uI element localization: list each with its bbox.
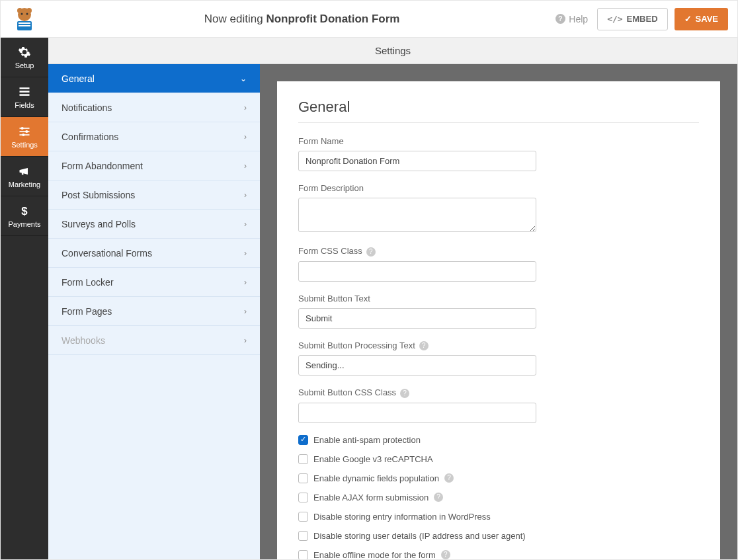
svg-rect-10 xyxy=(20,87,30,89)
settings-header: Settings xyxy=(48,38,737,64)
embed-label: EMBED xyxy=(627,14,658,24)
sidepanel-surveys-polls[interactable]: Surveys and Polls › xyxy=(48,210,260,239)
megaphone-icon xyxy=(18,165,31,178)
svg-point-16 xyxy=(25,130,28,132)
nav-setup[interactable]: Setup xyxy=(1,38,48,77)
help-icon[interactable]: ? xyxy=(419,341,429,350)
check-icon: ✓ xyxy=(684,14,692,24)
checkbox-label: Disable storing user details (IP address… xyxy=(313,531,526,541)
sidepanel-form-locker[interactable]: Form Locker › xyxy=(48,268,260,297)
checkbox-input[interactable] xyxy=(298,493,308,502)
checkbox-input[interactable] xyxy=(298,550,308,559)
nav-settings[interactable]: Settings xyxy=(1,117,48,157)
checkbox-label: Enable offline mode for the form xyxy=(313,550,436,559)
sidepanel-notifications[interactable]: Notifications › xyxy=(48,93,260,122)
sidepanel-form-abandonment[interactable]: Form Abandonment › xyxy=(48,151,260,180)
sidepanel-post-submissions[interactable]: Post Submissions › xyxy=(48,180,260,210)
svg-text:?: ? xyxy=(559,15,563,22)
main-area: Settings General ⌄ Notifications › Confi… xyxy=(48,38,737,559)
sidepanel-label: Notifications xyxy=(62,102,112,113)
submit-text-input[interactable] xyxy=(298,308,536,329)
submit-css-label: Submit Button CSS Class? xyxy=(298,387,699,398)
sidepanel-label: Form Locker xyxy=(62,277,114,288)
settings-sidepanel: General ⌄ Notifications › Confirmations … xyxy=(48,64,260,559)
save-label: SAVE xyxy=(696,14,718,24)
code-icon: </> xyxy=(607,14,622,24)
field-form-css-class: Form CSS Class? xyxy=(298,246,699,282)
field-submit-text: Submit Button Text xyxy=(298,294,699,329)
help-icon[interactable]: ? xyxy=(434,493,443,502)
sidepanel-form-pages[interactable]: Form Pages › xyxy=(48,297,260,326)
svg-point-14 xyxy=(21,126,24,129)
divider xyxy=(298,122,699,123)
submit-processing-input[interactable] xyxy=(298,355,536,376)
checkbox-input[interactable] xyxy=(298,454,308,464)
chevron-right-icon: › xyxy=(244,161,247,171)
left-nav: Setup Fields Settings Marketing $ Paymen… xyxy=(1,38,48,559)
sidepanel-label: Conversational Forms xyxy=(62,248,152,259)
nav-marketing[interactable]: Marketing xyxy=(1,157,48,196)
checkbox-group: Enable anti-spam protectionEnable Google… xyxy=(298,435,699,559)
checkbox-input[interactable] xyxy=(298,531,308,541)
svg-point-18 xyxy=(22,133,24,136)
main-container: Setup Fields Settings Marketing $ Paymen… xyxy=(1,38,737,559)
svg-point-2 xyxy=(26,8,32,13)
help-link[interactable]: ? Help xyxy=(555,14,588,24)
help-icon[interactable]: ? xyxy=(444,473,454,483)
sidepanel-label: Post Submissions xyxy=(62,190,135,200)
nav-fields[interactable]: Fields xyxy=(1,77,48,117)
nav-marketing-label: Marketing xyxy=(9,180,40,188)
editing-title: Now editing Nonprofit Donation Form xyxy=(48,13,555,26)
checkbox-input[interactable] xyxy=(298,435,308,445)
app-logo xyxy=(1,1,48,38)
topbar: Now editing Nonprofit Donation Form ? He… xyxy=(1,1,737,38)
svg-point-4 xyxy=(26,13,28,15)
sidepanel-label: General xyxy=(62,73,95,84)
sidepanel-label: Webhooks xyxy=(62,335,105,346)
sliders-icon xyxy=(18,125,31,138)
checkbox-input[interactable] xyxy=(298,512,308,522)
list-icon xyxy=(18,85,31,99)
svg-rect-12 xyxy=(20,94,30,96)
checkbox-row: Enable anti-spam protection xyxy=(298,435,699,445)
field-form-description: Form Description xyxy=(298,183,699,234)
chevron-down-icon: ⌄ xyxy=(240,74,247,83)
chevron-right-icon: › xyxy=(244,103,247,112)
form-name-input[interactable] xyxy=(298,151,536,171)
svg-point-1 xyxy=(17,8,22,13)
checkbox-input[interactable] xyxy=(298,473,308,483)
checkbox-row: Enable AJAX form submission? xyxy=(298,493,699,502)
form-name-label: Form Name xyxy=(298,136,699,146)
sidepanel-general[interactable]: General ⌄ xyxy=(48,64,260,93)
sidepanel-conversational-forms[interactable]: Conversational Forms › xyxy=(48,239,260,268)
checkbox-label: Enable dynamic fields population xyxy=(313,473,439,483)
checkbox-row: Enable offline mode for the form? xyxy=(298,550,699,559)
nav-payments[interactable]: $ Payments xyxy=(1,196,48,236)
chevron-right-icon: › xyxy=(244,132,247,141)
chevron-right-icon: › xyxy=(244,249,247,258)
svg-rect-7 xyxy=(19,25,30,26)
help-icon[interactable]: ? xyxy=(366,247,376,257)
form-desc-input[interactable] xyxy=(298,198,536,232)
editing-label: Now editing xyxy=(204,13,266,25)
save-button[interactable]: ✓ SAVE xyxy=(675,8,728,30)
checkbox-label: Enable Google v3 reCAPTCHA xyxy=(313,454,433,464)
help-icon[interactable]: ? xyxy=(441,550,450,559)
form-css-input[interactable] xyxy=(298,261,536,282)
sidepanel-webhooks[interactable]: Webhooks › xyxy=(48,326,260,355)
chevron-right-icon: › xyxy=(244,190,247,200)
chevron-right-icon: › xyxy=(244,336,247,345)
dollar-icon: $ xyxy=(18,204,31,218)
field-form-name: Form Name xyxy=(298,136,699,171)
help-icon[interactable]: ? xyxy=(400,389,409,398)
form-title: Nonprofit Donation Form xyxy=(266,13,399,25)
sidepanel-label: Form Pages xyxy=(62,306,112,317)
checkbox-label: Disable storing entry information in Wor… xyxy=(313,512,491,522)
submit-css-input[interactable] xyxy=(298,403,536,423)
sidepanel-confirmations[interactable]: Confirmations › xyxy=(48,122,260,151)
field-submit-processing: Submit Button Processing Text? xyxy=(298,340,699,376)
embed-button[interactable]: </> EMBED xyxy=(597,8,667,30)
svg-point-3 xyxy=(21,13,23,15)
nav-setup-label: Setup xyxy=(15,61,34,69)
nav-payments-label: Payments xyxy=(9,220,41,228)
